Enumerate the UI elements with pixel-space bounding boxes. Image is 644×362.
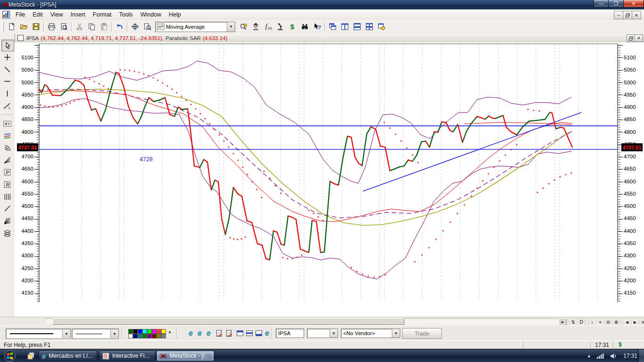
taskbar-clock[interactable]: 17:31 <box>623 353 637 359</box>
mdi-minimize-icon[interactable]: ─ <box>614 11 623 19</box>
color-swatch-808080[interactable] <box>161 334 166 338</box>
layout-middle-button[interactable] <box>245 329 254 337</box>
taskbar-button-java[interactable]: Interactive Financial ... <box>99 351 156 361</box>
show-desktop-button[interactable] <box>638 349 644 362</box>
tool-scroll-arrows[interactable] <box>1 118 13 129</box>
tool-crosshair[interactable] <box>1 52 13 63</box>
undo-button[interactable] <box>113 21 125 33</box>
color-swatch-008080[interactable] <box>138 334 142 338</box>
line-weight-combo[interactable]: ▼ <box>72 329 119 339</box>
tool-fibonacci-fan[interactable] <box>1 155 13 165</box>
menu-insert[interactable]: Insert <box>67 10 89 19</box>
layout-bottom-button[interactable] <box>254 329 263 337</box>
network-icon[interactable] <box>597 353 604 359</box>
menu-view[interactable]: View <box>47 10 67 19</box>
menu-file[interactable]: File <box>12 10 29 19</box>
volume-icon[interactable] <box>610 353 618 359</box>
indicator-builder-button[interactable]: f(x) <box>262 21 274 33</box>
web-link-4[interactable]: e <box>263 329 272 337</box>
tool-gann-fan[interactable] <box>1 215 13 226</box>
layout-top-button[interactable] <box>235 329 244 337</box>
expert-advisor-button[interactable] <box>249 21 262 33</box>
print-preview-button[interactable] <box>58 21 70 33</box>
chart-area[interactable]: 5100505050004950490048504800475047004650… <box>15 42 644 317</box>
paste-button[interactable] <box>98 21 110 33</box>
chart-close-icon[interactable]: ✕ <box>635 34 643 42</box>
period-combo[interactable]: ▼ <box>307 329 338 338</box>
combo-dropdown-arrow[interactable]: ▼ <box>227 22 235 32</box>
tool-lattice-grid[interactable] <box>1 228 13 239</box>
taskbar-button-metastock[interactable]: MetaStock - [IPSA] <box>157 351 214 361</box>
vendor-arrow[interactable]: ▼ <box>392 329 400 337</box>
close-button[interactable]: ✕ <box>623 0 644 8</box>
color-swatch-008000[interactable] <box>142 334 147 338</box>
horizontal-scrollbar[interactable] <box>45 318 566 325</box>
color-swatch-ff0000[interactable] <box>157 329 161 334</box>
open-button[interactable] <box>17 21 30 33</box>
start-button[interactable] <box>4 350 16 362</box>
color-swatch-0000ff[interactable] <box>138 329 142 334</box>
color-swatch-800080[interactable] <box>147 334 152 338</box>
tile-horizontal-button[interactable] <box>351 21 363 33</box>
color-swatch-808000[interactable] <box>157 334 161 338</box>
menu-window[interactable]: Window <box>137 10 165 19</box>
system-tester-button[interactable]: $ <box>286 21 298 33</box>
menu-tools[interactable]: Tools <box>115 10 136 19</box>
web-link-3[interactable]: e <box>204 329 213 337</box>
tool-cycle-lines[interactable] <box>1 191 13 202</box>
mdi-child-icon[interactable] <box>2 11 10 18</box>
menu-format[interactable]: Format <box>89 10 116 19</box>
color-swatch-00ff00[interactable] <box>147 329 152 334</box>
indicator-quicklist-combo[interactable]: Moving Average ▼ <box>155 22 235 32</box>
tile-grid-button[interactable] <box>363 21 375 33</box>
color-swatch-ffffff[interactable] <box>128 334 133 338</box>
web-link-1[interactable]: e <box>186 329 195 337</box>
stacked-windows-icon[interactable] <box>27 352 35 360</box>
context-help-button[interactable]: ? <box>311 21 323 33</box>
pointer-target-button[interactable] <box>129 21 141 33</box>
color-swatch-800000[interactable] <box>152 334 157 338</box>
scrollbar-thumb[interactable] <box>53 318 405 325</box>
indicator-quicklist-button[interactable] <box>237 21 249 33</box>
tile-vertical-button[interactable] <box>339 21 351 33</box>
vendor-combo[interactable]: <No Vendor> ▼ <box>341 329 400 338</box>
scroll-right-arrow-icon[interactable]: ► <box>559 318 567 326</box>
color-swatch-006400[interactable] <box>128 329 133 334</box>
print-button[interactable] <box>45 21 58 33</box>
explorer-button[interactable] <box>274 21 286 33</box>
maximize-button[interactable]: ❐ <box>608 0 624 8</box>
new-button[interactable] <box>5 21 17 33</box>
window-options-button[interactable] <box>375 21 388 33</box>
price-plot[interactable] <box>15 42 644 317</box>
refresh-chart-2[interactable] <box>224 329 233 337</box>
tool-ray[interactable] <box>1 203 13 214</box>
line-style-arrow[interactable]: ▼ <box>62 329 70 338</box>
chart-restore-icon[interactable] <box>627 34 635 42</box>
chart-window-icon[interactable] <box>17 35 24 41</box>
tool-vertical-line[interactable] <box>1 88 13 99</box>
color-swatch-ff00ff[interactable] <box>152 329 157 334</box>
minimize-button[interactable]: — <box>594 0 609 8</box>
search-button[interactable] <box>298 21 311 33</box>
tool-fibonacci-retracement-R[interactable]: R <box>1 179 13 190</box>
uptrend-line[interactable] <box>363 113 581 191</box>
tool-horizontal-line[interactable] <box>1 76 13 87</box>
toolbar-grip[interactable] <box>1 22 4 32</box>
web-link-2[interactable]: e <box>195 329 204 337</box>
tool-trendline[interactable] <box>1 64 13 75</box>
menu-edit[interactable]: Edit <box>29 10 47 19</box>
copy-button[interactable] <box>85 21 98 33</box>
tool-sl-trendline[interactable]: sL <box>1 100 13 111</box>
mdi-restore-icon[interactable] <box>623 11 632 19</box>
color-swatch-000000[interactable] <box>133 329 138 334</box>
zoom-document-button[interactable] <box>141 21 153 33</box>
line-style-combo[interactable]: ▼ <box>6 329 71 339</box>
refresh-chart-1[interactable] <box>215 329 223 337</box>
period-arrow[interactable]: ▼ <box>330 329 338 337</box>
symbol-input[interactable] <box>276 329 304 338</box>
mdi-close-icon[interactable]: ✕ <box>632 11 641 19</box>
cascade-windows-button[interactable] <box>326 21 339 33</box>
color-swatch-00ffff[interactable] <box>142 329 147 334</box>
color-swatch-000080[interactable] <box>133 334 138 338</box>
color-swatch-ffff00[interactable] <box>161 329 166 334</box>
